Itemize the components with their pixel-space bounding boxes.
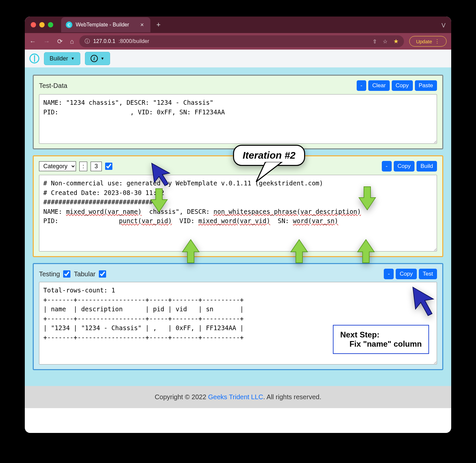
window-controls — [31, 22, 53, 27]
iteration-text: Iteration #2 — [243, 150, 296, 161]
reload-icon[interactable]: ⟳ — [57, 37, 63, 45]
testing-label: Testing — [39, 270, 60, 278]
caret-down-icon: ▼ — [71, 56, 75, 61]
template-checkbox[interactable] — [105, 163, 112, 170]
share-icon[interactable]: ⇧ — [373, 38, 377, 45]
collapse-button[interactable]: - — [384, 269, 394, 279]
svg-marker-4 — [151, 189, 167, 212]
home-icon[interactable]: ⌂ — [70, 38, 74, 45]
copy-button[interactable]: Copy — [392, 80, 413, 91]
forward-icon[interactable]: → — [43, 38, 50, 45]
svg-marker-7 — [291, 240, 307, 263]
copy-button[interactable]: Copy — [396, 269, 417, 279]
green-arrow-up-icon — [289, 238, 309, 264]
tab-close-icon[interactable]: × — [140, 21, 144, 28]
category-select[interactable]: Category — [39, 161, 76, 171]
info-dropdown[interactable]: i ▼ — [85, 52, 110, 65]
clear-button[interactable]: Clear — [368, 80, 390, 91]
svg-marker-3 — [413, 287, 433, 316]
note-title: Next Step: — [340, 330, 422, 339]
footer: Copyright © 2022 Geeks Trident LLC. All … — [25, 386, 451, 408]
panel-testing: Testing Tabular - Copy Test Total-rows-c… — [33, 263, 443, 370]
bookmark-outline-icon[interactable]: ☆ — [383, 38, 387, 45]
note-body: Fix "name" column — [340, 339, 422, 349]
panel-test-data: Test-Data - Clear Copy Paste NAME: "1234… — [33, 75, 443, 149]
testing-checkbox[interactable] — [63, 270, 70, 278]
footer-link[interactable]: Geeks Trident LLC — [208, 393, 263, 401]
address-bar[interactable]: ⓘ 127.0.0.1:8000/builder ⇧ ☆ ★ — [79, 35, 404, 47]
paste-button[interactable]: Paste — [415, 80, 437, 91]
tabular-label: Tabular — [74, 270, 96, 278]
svg-marker-8 — [358, 240, 374, 263]
footer-prefix: Copyright © 2022 — [155, 393, 208, 401]
next-step-note: Next Step: Fix "name" column — [333, 325, 429, 354]
browser-tab[interactable]: C WebTemplate - Builder × — [61, 17, 150, 32]
collapse-button[interactable]: - — [357, 80, 367, 91]
app-area: Builder ▼ i ▼ Test-Data - Clear Copy Pas… — [25, 50, 451, 408]
green-arrow-up-icon — [356, 238, 376, 264]
panel-template: Category - Copy Build # Non-commercial u… — [33, 155, 443, 257]
count-input[interactable] — [91, 162, 102, 171]
panel-title: Test-Data — [39, 82, 67, 90]
close-window-icon[interactable] — [31, 22, 36, 27]
copy-button[interactable]: Copy — [394, 161, 415, 172]
main-content: Test-Data - Clear Copy Paste NAME: "1234… — [25, 67, 451, 386]
browser-toolbar: ← → ⟳ ⌂ ⓘ 127.0.0.1:8000/builder ⇧ ☆ ★ U… — [25, 33, 451, 50]
svg-marker-6 — [182, 240, 199, 263]
tabs-overflow-icon[interactable]: ⋁ — [442, 22, 445, 27]
site-info-icon[interactable]: ⓘ — [85, 38, 90, 45]
caret-down-icon: ▼ — [100, 56, 104, 61]
browser-window: C WebTemplate - Builder × + ⋁ ← → ⟳ ⌂ ⓘ … — [25, 17, 451, 433]
separator-input[interactable] — [79, 162, 87, 171]
bookmark-filled-icon[interactable]: ★ — [393, 38, 399, 45]
titlebar: C WebTemplate - Builder × + ⋁ — [25, 17, 451, 33]
collapse-button[interactable]: - — [382, 161, 392, 172]
tab-title: WebTemplate - Builder — [76, 22, 129, 28]
update-label: Update — [416, 39, 432, 44]
app-navbar: Builder ▼ i ▼ — [25, 50, 451, 67]
tabular-checkbox[interactable] — [99, 270, 106, 278]
callout-tail-icon — [252, 162, 285, 185]
tab-favicon-icon: C — [66, 21, 72, 28]
template-textarea[interactable]: # Non-commercial use: generated by WebTe… — [39, 175, 437, 251]
update-button[interactable]: Update ⋮ — [409, 36, 447, 47]
kebab-icon[interactable]: ⋮ — [435, 38, 440, 44]
maximize-window-icon[interactable] — [48, 22, 53, 27]
test-button[interactable]: Test — [419, 269, 437, 279]
back-icon[interactable]: ← — [29, 38, 36, 45]
minimize-window-icon[interactable] — [39, 22, 45, 27]
url-host: 127.0.0.1 — [93, 38, 115, 44]
app-logo-icon[interactable] — [29, 54, 39, 63]
green-arrow-down-icon — [357, 185, 377, 212]
builder-dropdown[interactable]: Builder ▼ — [44, 52, 80, 65]
build-button[interactable]: Build — [416, 161, 437, 172]
cursor-arrow-icon — [410, 285, 440, 318]
nav-buttons: ← → ⟳ ⌂ — [29, 37, 74, 45]
new-tab-icon[interactable]: + — [156, 20, 161, 29]
green-arrow-up-icon — [181, 238, 201, 264]
cursor-arrow-icon — [149, 161, 176, 187]
info-icon: i — [91, 55, 98, 62]
builder-label: Builder — [50, 55, 68, 62]
svg-marker-2 — [152, 163, 170, 186]
test-data-textarea[interactable]: NAME: "1234 chassis", DESCR: "1234 - Cha… — [39, 94, 437, 144]
footer-suffix: . All rights reserved. — [263, 393, 321, 401]
url-path: :8000/builder — [119, 38, 149, 44]
green-arrow-down-icon — [149, 187, 169, 213]
svg-marker-5 — [359, 187, 376, 210]
